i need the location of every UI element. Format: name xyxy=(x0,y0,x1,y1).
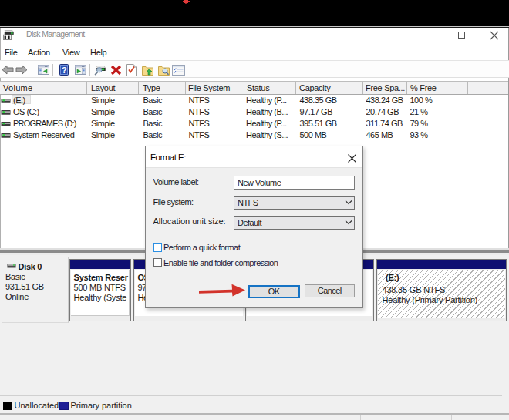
svg-text:?: ? xyxy=(61,66,66,75)
